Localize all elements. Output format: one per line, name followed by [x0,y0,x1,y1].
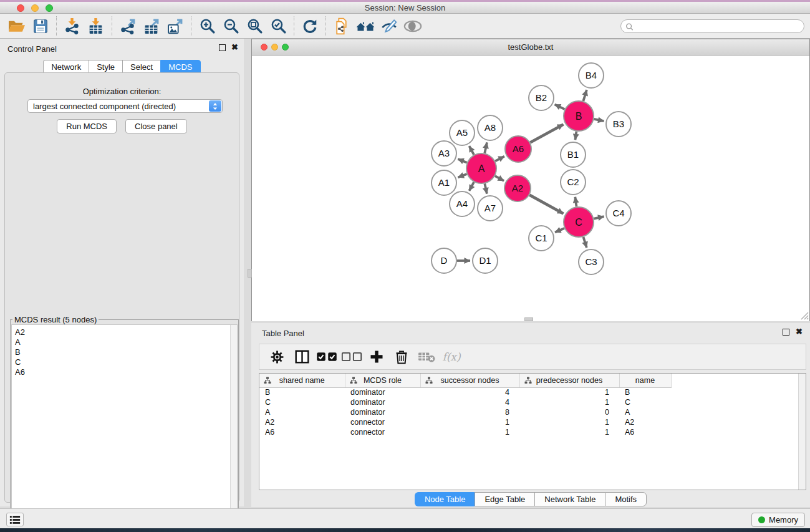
graph-edge-A2-C[interactable] [529,195,563,214]
graph-edge-B-B2[interactable] [555,104,565,109]
task-history-button[interactable] [6,513,24,526]
cell[interactable]: A2 [619,417,671,427]
search-input[interactable] [636,21,798,32]
table-float-panel-icon[interactable] [783,329,789,336]
zoom-in-button[interactable] [196,16,218,37]
network-bottom-scroll-thumb[interactable] [524,317,533,321]
cell[interactable]: 1 [519,397,619,407]
mcds-result-item[interactable]: C [15,357,237,367]
column-header-successor-nodes[interactable]: successor nodes [420,374,519,387]
tab-node-table[interactable]: Node Table [415,492,475,506]
cell[interactable]: 8 [420,407,519,417]
graph-node-C[interactable]: C [564,207,594,237]
show-graphics-details-button[interactable] [402,16,423,37]
criterion-dropdown[interactable]: largest connected component (directed) [27,99,223,113]
graph-node-B3[interactable]: B3 [606,112,631,137]
zoom-selected-button[interactable] [268,16,289,37]
column-header-predecessor-nodes[interactable]: predecessor nodes [519,374,619,387]
graph-edge-A-A1[interactable] [458,174,466,177]
export-image-button[interactable] [165,16,186,37]
graph-node-B[interactable]: B [564,101,594,131]
mcds-result-item[interactable]: A [15,337,237,347]
cell[interactable]: B [259,387,345,397]
mcds-result-item[interactable]: A6 [15,367,237,377]
cell[interactable]: dominator [345,387,420,397]
graph-node-A6[interactable]: A6 [505,136,531,162]
toggle-columns-button[interactable] [291,346,313,368]
deselect-all-columns-button[interactable] [340,346,363,368]
graph-node-A[interactable]: A [466,153,496,183]
table-close-panel-icon[interactable]: ✖ [796,327,803,336]
graph-node-A1[interactable]: A1 [432,170,456,195]
mcds-result-item[interactable]: A2 [15,327,237,337]
cell[interactable]: 0 [519,407,619,417]
duplicate-network-button[interactable] [331,16,352,37]
cell[interactable]: dominator [345,397,420,407]
graph-node-B4[interactable]: B4 [579,63,604,88]
cell[interactable]: A6 [259,427,345,437]
export-network-button[interactable] [117,16,138,37]
float-panel-icon[interactable] [219,44,226,51]
graph-node-D[interactable]: D [432,248,456,273]
table-row-C[interactable]: Cdominator41C [259,397,799,407]
network-left-scroll-thumb[interactable] [248,269,252,278]
graph-edge-C-C2[interactable] [575,197,576,206]
graph-edge-A-A7[interactable] [485,183,487,193]
graph-node-A5[interactable]: A5 [450,120,475,145]
graph-edge-C-C1[interactable] [555,228,564,233]
cell[interactable]: C [619,397,671,407]
graph-node-A3[interactable]: A3 [432,141,456,166]
close-panel-icon[interactable]: ✖ [231,43,238,52]
select-all-columns-button[interactable] [316,346,338,368]
cell[interactable]: dominator [345,407,420,417]
table-row-A2[interactable]: A2connector11A2 [259,417,799,427]
network-canvas[interactable]: B4B2BB3A8A5A6A3B1AA1C2A2A4A7C4CC1C3DD1 [252,56,809,321]
mcds-result-item[interactable]: B [15,347,237,357]
run-mcds-button[interactable]: Run MCDS [57,119,117,133]
tab-network-table[interactable]: Network Table [534,492,605,506]
cell[interactable]: A2 [259,417,345,427]
table-row-B[interactable]: Bdominator41B [259,387,799,397]
save-session-button[interactable] [30,16,51,37]
graph-node-B2[interactable]: B2 [529,85,554,110]
cell[interactable]: connector [345,417,420,427]
zoom-fit-button[interactable] [244,16,265,37]
graph-node-A8[interactable]: A8 [478,115,503,140]
graph-node-C2[interactable]: C2 [561,170,586,195]
add-column-button[interactable] [365,346,388,368]
table-scrollbar[interactable] [798,374,806,490]
window-resize-grip[interactable] [799,311,809,320]
graph-node-D1[interactable]: D1 [473,248,498,273]
tab-motifs[interactable]: Motifs [605,492,647,506]
graph-edge-B-B3[interactable] [594,119,604,121]
graph-edge-A6-B[interactable] [530,124,563,142]
graph-node-A7[interactable]: A7 [478,196,503,221]
cell[interactable]: 1 [420,417,519,427]
cell[interactable]: A6 [619,427,671,437]
graph-node-A4[interactable]: A4 [450,191,475,216]
column-header-shared-name[interactable]: shared name [259,374,345,387]
graph-edge-A-A3[interactable] [458,159,467,163]
graph-edge-C-C3[interactable] [583,237,586,248]
graph-edge-A-A5[interactable] [469,146,474,155]
cell[interactable]: connector [345,427,420,437]
home-button[interactable] [355,16,376,37]
column-header-mcds-role[interactable]: MCDS role [345,374,420,387]
zoom-out-button[interactable] [220,16,241,37]
cell[interactable]: C [259,397,345,407]
graph-edge-A-A4[interactable] [469,182,474,191]
table-row-A6[interactable]: A6connector11A6 [259,427,799,437]
graph-node-C3[interactable]: C3 [579,249,604,274]
result-scrollbar[interactable] [230,325,237,530]
table-row-A[interactable]: Adominator80A [259,407,799,417]
graph-edge-A-A6[interactable] [495,157,504,162]
cell[interactable]: A [619,407,671,417]
network-window-titlebar[interactable]: testGlobe.txt [252,39,809,56]
graph-edge-A-A8[interactable] [485,142,487,153]
tab-edge-table[interactable]: Edge Table [475,492,534,506]
graph-node-C4[interactable]: C4 [606,201,631,226]
graph-node-B1[interactable]: B1 [561,142,586,167]
open-session-button[interactable] [6,16,27,37]
import-table-button[interactable] [85,16,107,37]
graph-edge-C-C4[interactable] [594,216,604,219]
